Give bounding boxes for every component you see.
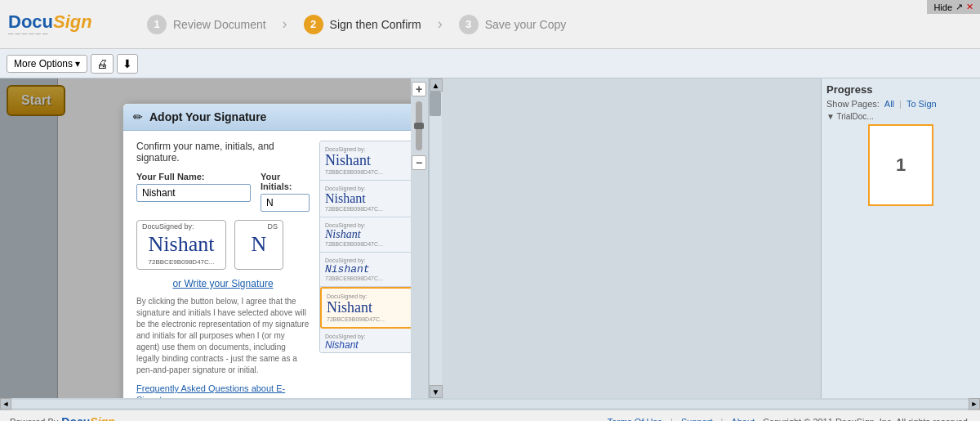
more-options-button[interactable]: More Options ▾ [7,55,87,73]
signature-box: DocuSigned by: Nishant 72BBCE9B098D47C..… [136,220,226,270]
print-icon: 🖨 [96,57,108,70]
sig-choice-1-sub: 72BBCE9B098D47C... [325,169,411,175]
initials-input[interactable] [261,194,310,212]
pen-icon: ✏ [133,110,143,123]
write-signature-link[interactable]: or Write your Signature [136,278,310,289]
sig-choice-2-label: DocuSigned by: [325,186,411,191]
scroll-left-button[interactable]: ◄ [0,398,11,410]
page-number: 1 [896,155,906,176]
vertical-scrollbar[interactable]: ▲ ▼ [429,78,442,398]
more-options-label: More Options [14,58,73,69]
step-1: 1 Review Document [131,15,283,34]
zoom-thumb [414,123,424,129]
step-2-label: Sign then Confirm [330,18,421,31]
modal-subtitle: Confirm your name, initials, and signatu… [136,141,310,163]
sig-hash: 72BBCE9B098D47C... [144,258,219,266]
full-name-input[interactable] [136,184,251,202]
footer-links: Terms Of Use | Support | About Copyright… [608,417,970,422]
step-3-num: 3 [459,15,479,34]
to-sign-label: ▼ TrialDoc... [826,112,975,121]
ds-label: DS [267,222,278,231]
steps-nav: 1 Review Document › 2 Sign then Confirm … [131,15,582,34]
adopt-signature-modal: ✏ Adopt Your Signature ✕ Confirm your na… [122,103,411,398]
name-fields-row: Your Full Name: Your Initials: [136,172,310,212]
horizontal-scrollbar[interactable]: ◄ ► [0,398,980,410]
support-link[interactable]: Support [681,417,713,422]
sig-choice-5-label: DocuSigned by: [327,293,411,299]
initials-group: Your Initials: [261,172,310,212]
sig-choice-5[interactable]: DocuSigned by: Nishant 72BBCE9B098D47C..… [320,287,411,329]
legal-text: By clicking the button below, I agree th… [136,296,310,376]
zoom-slider[interactable] [416,101,422,150]
close-icon: ✕ [966,2,973,12]
scroll-right-button[interactable]: ► [969,398,980,410]
sig-choice-6[interactable]: DocuSigned by: Nishant [320,329,411,353]
scroll-track-v [430,92,442,385]
sig-choice-1[interactable]: DocuSigned by: Nishant 72BBCE9B098D47C..… [320,141,411,181]
initials-box: DS N [234,220,283,270]
download-icon: ⬇ [122,57,132,70]
initials-label: Your Initials: [261,172,310,191]
download-button[interactable]: ⬇ [117,54,138,74]
full-name-label: Your Full Name: [136,172,251,181]
about-link[interactable]: About [731,417,755,422]
progress-panel: Progress Show Pages: All | To Sign ▼ Tri… [822,78,980,398]
step-1-label: Review Document [173,18,266,31]
step-1-num: 1 [147,15,167,34]
modal-left-panel: Confirm your name, initials, and signatu… [136,141,310,398]
sig-choice-3-label: DocuSigned by: [325,222,411,228]
powered-by-text: Powered By [10,417,58,422]
copyright-text: Copyright © 2011 DocuSign, Inc. All righ… [763,417,970,422]
modal-header: ✏ Adopt Your Signature ✕ [123,104,411,131]
sig-choice-3-name: Nishant [325,228,411,241]
page-thumbnail-1[interactable]: 1 [868,124,933,206]
sig-choice-6-label: DocuSigned by: [325,334,411,339]
modal-overlay: ✏ Adopt Your Signature ✕ Confirm your na… [0,78,411,398]
scroll-up-button[interactable]: ▲ [430,78,443,92]
zoom-out-button[interactable]: − [412,155,426,170]
sig-choice-2[interactable]: DocuSigned by: Nishant 72BBCE9B098D47C..… [320,181,411,217]
h-scroll-track [11,400,969,408]
docusign-logo: DocuSign ────── [8,11,106,38]
show-pages-label: Show Pages: [826,99,880,109]
show-to-sign-link[interactable]: To Sign [906,99,937,109]
arrow-icon: ↗ [956,2,963,12]
scroll-down-button[interactable]: ▼ [430,385,443,398]
powered-by: Powered By DocuSign ── [10,415,129,422]
toolbar: More Options ▾ 🖨 ⬇ [0,49,980,78]
right-panel: Progress Show Pages: All | To Sign ▼ Tri… [821,78,980,398]
zoom-controls: + − [411,78,429,398]
main-area: Start DocuSign Envelope... Thi Si Ini [0,78,980,398]
signature-preview-container: DocuSigned by: Nishant 72BBCE9B098D47C..… [136,220,310,270]
progress-title: Progress [826,83,975,96]
sig-choice-5-name: Nishant [327,299,411,316]
print-button[interactable]: 🖨 [91,54,114,74]
sig-choice-4-label: DocuSigned by: [325,258,411,263]
modal-title: Adopt Your Signature [149,110,266,123]
sig-choice-4[interactable]: DocuSigned by: Nishant 72BBCE9B098D47C..… [320,253,411,287]
scroll-thumb-v[interactable] [430,92,441,116]
top-bar: Hide ↗ ✕ DocuSign ────── 1 Review Docume… [0,0,980,49]
hide-button[interactable]: Hide ↗ ✕ [927,0,980,14]
step-2: 2 Sign then Confirm [287,15,438,34]
sig-choice-3-sub: 72BBCE9B098D47C... [325,241,411,247]
document-area: Start DocuSign Envelope... Thi Si Ini [0,78,411,398]
step-3: 3 Save your Copy [443,15,583,34]
footer-logo: DocuSign [61,415,114,422]
sig-choice-6-name: Nishant [325,339,411,351]
show-all-link[interactable]: All [884,99,894,109]
full-name-group: Your Full Name: [136,172,251,212]
step-3-label: Save your Copy [485,18,567,31]
faq-link[interactable]: Frequently Asked Questions about E-Signa… [136,383,285,398]
modal-body: Confirm your name, initials, and signatu… [123,131,411,398]
sig-choice-4-sub: 72BBCE9B098D47C... [325,275,411,281]
sig-choice-4-name: Nishant [325,263,411,275]
terms-link[interactable]: Terms Of Use [608,417,662,422]
sig-docusigned-label: DocuSigned by: [142,222,194,231]
sig-choice-3[interactable]: DocuSigned by: Nishant 72BBCE9B098D47C..… [320,217,411,253]
zoom-in-button[interactable]: + [412,82,426,96]
footer: Powered By DocuSign ── Terms Of Use | Su… [0,410,980,421]
chevron-down-icon: ▾ [75,58,80,69]
sig-choice-1-name: Nishant [325,152,411,169]
signature-choices-panel[interactable]: DocuSigned by: Nishant 72BBCE9B098D47C..… [319,141,411,353]
